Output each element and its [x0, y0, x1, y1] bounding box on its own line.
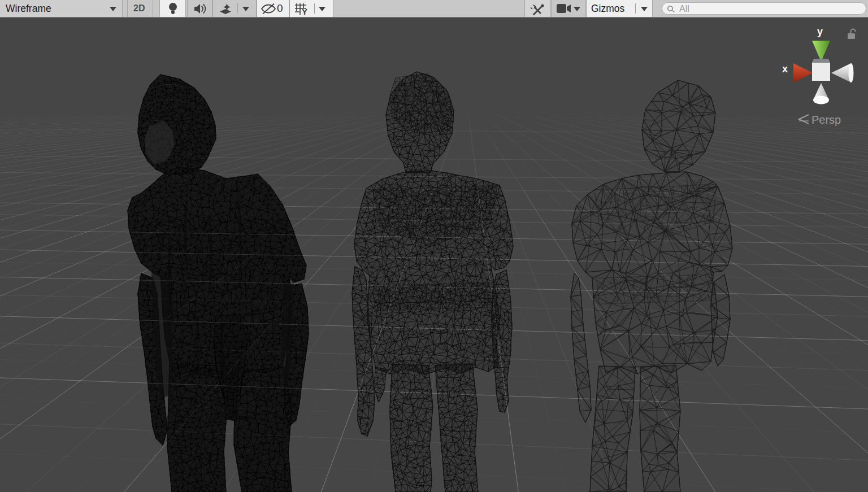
svg-text:Y: Y: [302, 7, 307, 15]
svg-text:y: y: [817, 26, 823, 37]
svg-text:x: x: [782, 63, 788, 75]
svg-text:Persp: Persp: [811, 114, 841, 126]
